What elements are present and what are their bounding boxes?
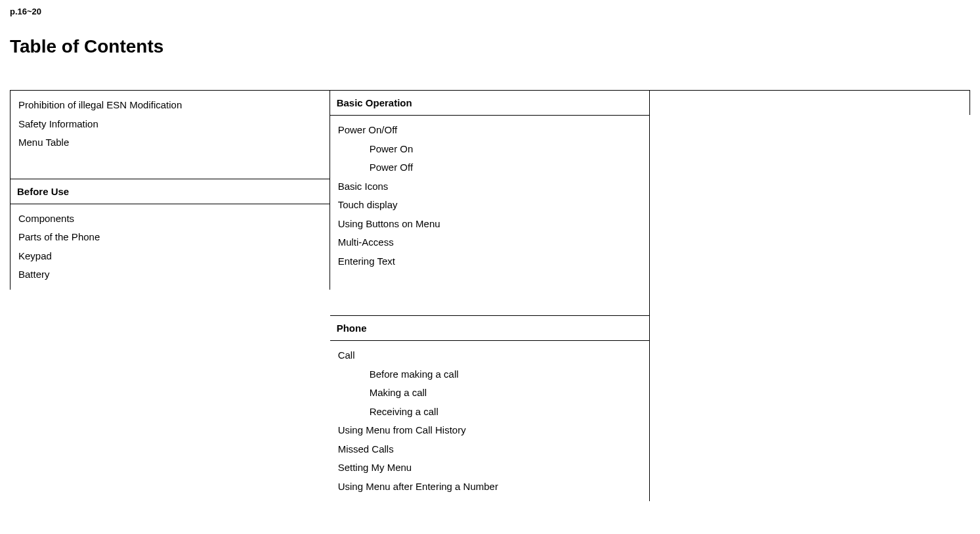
toc-column-1: Prohibition of illegal ESN Modification …: [10, 90, 330, 501]
toc-section-phone-items: Call Before making a call Making a call …: [330, 341, 650, 501]
toc-subentry: Making a call: [337, 384, 643, 403]
toc-entry: Power On/Off: [337, 121, 643, 140]
toc-section-phone-header: Phone: [330, 316, 650, 341]
toc-subentry: Power On: [337, 140, 643, 159]
section-header-basic-operation: Basic Operation: [337, 96, 643, 110]
page-title: Table of Contents: [10, 36, 970, 57]
section-header-before-use: Before Use: [17, 185, 323, 198]
toc-section-basic-operation-items: Power On/Off Power On Power Off Basic Ic…: [330, 116, 650, 316]
toc-entry: Keypad: [17, 247, 323, 266]
toc-section-before-use-header: Before Use: [10, 179, 330, 204]
toc-section-before-use-items: Components Parts of the Phone Keypad Bat…: [10, 204, 330, 290]
toc-column-3-empty: [650, 90, 970, 115]
toc-entry: Call: [337, 346, 643, 365]
spacer: [337, 271, 643, 310]
toc-entry: Prohibition of illegal ESN Modification: [17, 96, 323, 115]
toc-entry: Multi-Access: [337, 233, 643, 252]
toc-entry: Safety Information: [17, 115, 323, 134]
toc-entry: Setting My Menu: [337, 458, 643, 478]
toc-column-2: Basic Operation Power On/Off Power On Po…: [330, 90, 650, 501]
toc-entry: Basic Icons: [337, 177, 643, 196]
toc-section-intro: Prohibition of illegal ESN Modification …: [10, 90, 330, 179]
toc-entry: Missed Calls: [337, 440, 643, 459]
toc-subentry: Power Off: [337, 158, 643, 177]
toc-entry: Menu Table: [17, 133, 323, 152]
toc-entry: Components: [17, 210, 323, 229]
toc-subentry: Receiving a call: [337, 403, 643, 422]
toc-entry: Battery: [17, 265, 323, 284]
toc-entry: Touch display: [337, 196, 643, 215]
toc-entry: Entering Text: [337, 252, 643, 271]
toc-entry: Using Menu after Entering a Number: [337, 478, 643, 497]
toc-entry: Using Menu from Call History: [337, 421, 643, 440]
toc-section-basic-operation-header: Basic Operation: [330, 90, 650, 116]
toc-entry: Using Buttons on Menu: [337, 215, 643, 234]
toc-container: Prohibition of illegal ESN Modification …: [10, 90, 970, 501]
toc-entry: Parts of the Phone: [17, 228, 323, 247]
page-range-label: p.16~20: [10, 7, 970, 16]
section-header-phone: Phone: [337, 321, 643, 335]
toc-subentry: Before making a call: [337, 365, 643, 384]
